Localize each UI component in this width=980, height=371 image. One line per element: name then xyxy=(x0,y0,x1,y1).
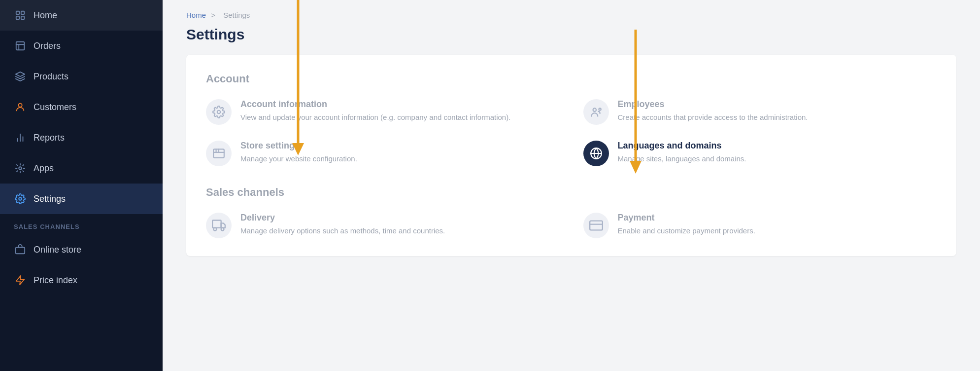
payment-item[interactable]: Payment Enable and customize payment pro… xyxy=(583,213,937,238)
sidebar: Home Orders Products Cu xyxy=(0,0,163,371)
svg-point-32 xyxy=(221,228,224,231)
breadcrumb-current: Settings xyxy=(223,11,250,19)
account-section-title: Account xyxy=(206,73,937,85)
svg-point-13 xyxy=(19,197,22,200)
sidebar-label-apps: Apps xyxy=(34,163,54,174)
sidebar-label-settings: Settings xyxy=(34,194,66,204)
sidebar-label-customers: Customers xyxy=(34,102,76,112)
delivery-desc: Manage delivery options such as methods,… xyxy=(240,225,445,236)
employees-title: Employees xyxy=(618,99,808,110)
store-settings-title: Store settings xyxy=(240,141,357,151)
svg-point-20 xyxy=(217,111,221,114)
store-icon xyxy=(14,243,27,256)
sales-channels-grid: Delivery Manage delivery options such as… xyxy=(206,213,937,238)
svg-point-31 xyxy=(214,228,217,231)
delivery-icon xyxy=(206,213,232,238)
breadcrumb: Home > Settings xyxy=(163,0,980,22)
employees-item[interactable]: Employees Create accounts that provide a… xyxy=(583,99,937,125)
svg-point-8 xyxy=(18,104,22,107)
sidebar-label-reports: Reports xyxy=(34,133,65,143)
store-settings-icon xyxy=(206,141,232,166)
store-settings-desc: Manage your website configuration. xyxy=(240,153,357,164)
sales-channels-section-title: Sales channels xyxy=(206,186,937,199)
sidebar-label-home: Home xyxy=(34,10,57,21)
account-info-desc: View and update your account information… xyxy=(240,112,510,123)
sidebar-label-orders: Orders xyxy=(34,41,61,51)
main-content: Home > Settings Settings Account Account… xyxy=(163,0,980,371)
sidebar-item-price-index[interactable]: Price index xyxy=(0,265,163,296)
sidebar-item-settings[interactable]: Settings xyxy=(0,184,163,214)
page-title: Settings xyxy=(163,22,980,55)
svg-marker-30 xyxy=(221,223,225,227)
languages-domains-title: Languages and domains xyxy=(618,141,746,151)
account-info-text: Account information View and update your… xyxy=(240,99,510,123)
breadcrumb-separator: > xyxy=(211,11,215,19)
sidebar-label-products: Products xyxy=(34,72,68,82)
sidebar-label-online-store: Online store xyxy=(34,245,81,255)
price-icon xyxy=(14,274,27,287)
svg-rect-4 xyxy=(16,42,25,50)
sidebar-item-apps[interactable]: Apps xyxy=(0,153,163,184)
settings-icon xyxy=(14,192,27,205)
delivery-item[interactable]: Delivery Manage delivery options such as… xyxy=(206,213,560,238)
svg-rect-2 xyxy=(16,16,19,19)
delivery-text: Delivery Manage delivery options such as… xyxy=(240,213,445,236)
svg-marker-15 xyxy=(16,276,25,285)
payment-text: Payment Enable and customize payment pro… xyxy=(618,213,755,236)
account-info-title: Account information xyxy=(240,99,510,110)
employees-desc: Create accounts that provide access to t… xyxy=(618,112,808,123)
products-icon xyxy=(14,70,27,83)
store-settings-item[interactable]: Store settings Manage your website confi… xyxy=(206,141,560,166)
svg-marker-7 xyxy=(16,72,25,76)
svg-rect-1 xyxy=(21,11,24,14)
svg-rect-29 xyxy=(212,221,221,228)
sales-channels-label: SALES CHANNELS xyxy=(0,214,163,234)
employees-text: Employees Create accounts that provide a… xyxy=(618,99,808,123)
svg-point-21 xyxy=(593,108,596,111)
svg-rect-33 xyxy=(590,221,603,230)
delivery-title: Delivery xyxy=(240,213,445,223)
account-info-item[interactable]: Account information View and update your… xyxy=(206,99,560,125)
employees-icon xyxy=(583,99,609,125)
svg-point-12 xyxy=(19,167,22,170)
orders-icon xyxy=(14,39,27,52)
svg-rect-3 xyxy=(21,16,24,19)
sidebar-item-customers[interactable]: Customers xyxy=(0,92,163,122)
store-settings-text: Store settings Manage your website confi… xyxy=(240,141,357,164)
sidebar-item-orders[interactable]: Orders xyxy=(0,31,163,61)
sidebar-item-online-store[interactable]: Online store xyxy=(0,234,163,265)
home-icon xyxy=(14,9,27,22)
sidebar-item-reports[interactable]: Reports xyxy=(0,122,163,153)
languages-domains-desc: Manage sites, languages and domains. xyxy=(618,153,746,164)
payment-desc: Enable and customize payment providers. xyxy=(618,225,755,236)
account-settings-grid: Account information View and update your… xyxy=(206,99,937,166)
sidebar-item-products[interactable]: Products xyxy=(0,61,163,92)
payment-title: Payment xyxy=(618,213,755,223)
languages-domains-item[interactable]: Languages and domains Manage sites, lang… xyxy=(583,141,937,166)
svg-point-22 xyxy=(599,108,601,110)
svg-rect-0 xyxy=(16,11,19,14)
account-info-icon xyxy=(206,99,232,125)
payment-icon xyxy=(583,213,609,238)
breadcrumb-home[interactable]: Home xyxy=(186,11,206,19)
settings-card: Account Account information View and upd… xyxy=(186,55,956,256)
svg-rect-14 xyxy=(16,247,25,254)
languages-domains-icon xyxy=(583,141,609,166)
reports-icon xyxy=(14,131,27,144)
customers-icon xyxy=(14,101,27,113)
sidebar-label-price-index: Price index xyxy=(34,275,77,286)
apps-icon xyxy=(14,162,27,175)
sidebar-item-home[interactable]: Home xyxy=(0,0,163,31)
languages-domains-text: Languages and domains Manage sites, lang… xyxy=(618,141,746,164)
